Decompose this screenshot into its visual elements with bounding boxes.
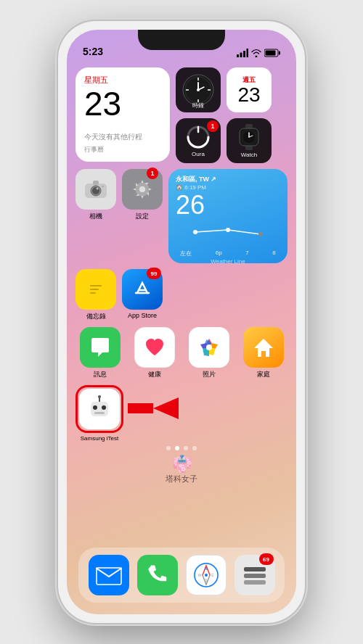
todoist-badge: 69 (259, 553, 274, 565)
messages-icon (88, 335, 113, 360)
appstore-label: App Store (128, 312, 157, 319)
app-appstore[interactable]: 99 App Store (122, 269, 163, 321)
widget-oura[interactable]: 1 Oura (176, 118, 221, 163)
svg-rect-1 (240, 53, 242, 58)
app-messages[interactable]: 訊息 (80, 327, 121, 379)
svg-rect-41 (90, 292, 96, 294)
watch-icon (238, 124, 260, 150)
widget-watch[interactable]: Watch (227, 118, 272, 163)
calendar-day-name: 星期五 (84, 75, 161, 86)
widget-clock[interactable]: 時鐘 (176, 67, 221, 112)
app-settings[interactable]: 1 (122, 169, 163, 221)
widget-weather[interactable]: 永和區, TW ↗ 🏠 6:19 PM 26 (168, 169, 287, 263)
health-label: 健康 (148, 370, 161, 379)
appstore-icon (130, 277, 155, 302)
settings-label: 設定 (136, 212, 149, 221)
dock: N S W E 69 (78, 548, 285, 603)
photos-label: 照片 (203, 370, 216, 379)
app-health[interactable]: 健康 (134, 327, 175, 379)
svg-rect-69 (244, 567, 266, 571)
settings-badge: 1 (147, 168, 158, 179)
samsung-label: Samsung iTest (81, 435, 118, 442)
svg-point-45 (206, 344, 212, 350)
status-icons (237, 49, 280, 57)
svg-point-48 (93, 405, 97, 410)
weather-chart (173, 221, 283, 243)
arrow-icon (128, 394, 179, 423)
app-photos[interactable]: 照片 (189, 327, 229, 379)
svg-marker-53 (153, 397, 179, 419)
phone-frame: 5:23 (58, 21, 305, 623)
calendar-label: 行事曆 (84, 145, 161, 154)
health-icon (142, 335, 167, 360)
dot-2 (175, 446, 179, 450)
app-home[interactable]: 家庭 (243, 327, 284, 379)
svg-rect-71 (244, 580, 266, 585)
battery-icon (264, 49, 280, 57)
svg-text:W: W (197, 573, 201, 577)
camera-icon (84, 179, 107, 199)
home-icon (251, 335, 276, 360)
svg-rect-26 (93, 181, 99, 185)
wifi-icon (251, 49, 261, 57)
dock-mail[interactable] (89, 555, 129, 595)
screen-content: 星期五 23 今天沒有其他行程 行事曆 (67, 62, 296, 614)
svg-rect-0 (237, 54, 239, 57)
dock-phone[interactable] (137, 555, 178, 595)
svg-line-36 (228, 230, 261, 234)
page-dots (76, 446, 287, 450)
status-time: 5:23 (83, 46, 103, 57)
notes-label: 備忘錄 (86, 312, 106, 321)
app-samsung-itest[interactable]: Samsung iTest (76, 385, 123, 442)
samsung-itest-icon (85, 395, 114, 424)
calendar-event: 今天沒有其他行程 (84, 132, 161, 142)
settings-icon (130, 177, 155, 202)
svg-point-37 (258, 232, 263, 236)
svg-rect-30 (102, 186, 104, 187)
dock-todoist[interactable]: 69 (234, 555, 275, 595)
svg-marker-46 (254, 339, 273, 357)
red-arrow (128, 394, 179, 426)
svg-point-52 (98, 395, 101, 398)
svg-rect-70 (244, 574, 266, 578)
cal-small-date: 23 (237, 85, 260, 105)
widget-calendar-large[interactable]: 星期五 23 今天沒有其他行程 行事曆 (76, 67, 170, 162)
svg-point-28 (92, 187, 99, 194)
dot-3 (184, 446, 188, 450)
signal-icon (237, 49, 248, 57)
svg-rect-39 (90, 285, 102, 286)
svg-rect-3 (247, 49, 249, 57)
appstore-badge: 99 (147, 268, 161, 279)
watch-label: Watch (241, 152, 257, 158)
widget-calendar-small[interactable]: 週五 23 (227, 67, 272, 112)
svg-rect-2 (243, 51, 245, 57)
dock-safari[interactable]: N S W E (186, 555, 227, 595)
svg-rect-5 (266, 51, 276, 56)
weather-location: 永和區, TW ↗ (176, 175, 280, 184)
svg-point-64 (205, 574, 208, 577)
clock-label: 時鐘 (176, 102, 221, 110)
mail-icon (96, 565, 122, 585)
notch (138, 30, 225, 50)
app-notes[interactable]: 備忘錄 (76, 269, 116, 321)
svg-point-15 (197, 88, 200, 91)
safari-icon: N S W E (192, 561, 220, 589)
todoist-icon (241, 561, 269, 589)
phone-screen: 5:23 (67, 30, 296, 614)
svg-rect-54 (128, 403, 153, 413)
svg-text:N: N (205, 566, 208, 571)
svg-rect-20 (245, 146, 253, 150)
oura-badge: 1 (207, 120, 219, 132)
dot-1 (166, 446, 171, 450)
watermark: 👘 塔科女子 (76, 455, 287, 484)
svg-line-34 (195, 230, 228, 232)
svg-point-49 (102, 405, 106, 410)
watermark-avatar: 👘 (172, 455, 192, 474)
home-label: 家庭 (257, 370, 270, 379)
weather-temp: 26 (176, 191, 280, 220)
phone-icon (147, 564, 168, 586)
camera-label: 相機 (89, 212, 102, 221)
messages-label: 訊息 (94, 370, 107, 379)
svg-rect-50 (94, 412, 105, 414)
app-camera[interactable]: 相機 (76, 169, 116, 221)
